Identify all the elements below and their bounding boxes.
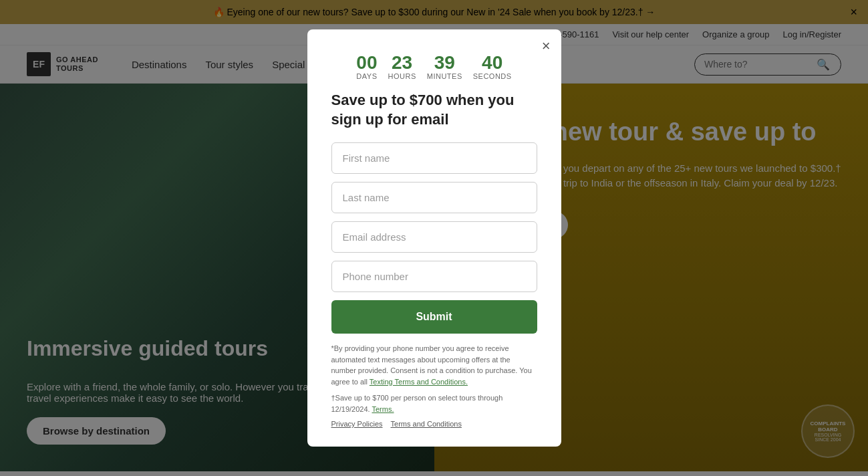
modal-disclaimer: *By providing your phone number you agre…: [331, 343, 537, 387]
modal-savings-note: †Save up to $700 per person on select to…: [331, 392, 537, 414]
countdown-seconds-value: 40: [473, 53, 512, 72]
savings-terms-link[interactable]: Terms.: [372, 405, 394, 413]
terms-conditions-link[interactable]: Terms and Conditions: [391, 420, 462, 428]
countdown-minutes-value: 39: [427, 53, 462, 72]
countdown-seconds-label: Seconds: [473, 72, 512, 80]
countdown-minutes-label: Minutes: [427, 72, 462, 80]
countdown-days-label: Days: [356, 72, 377, 80]
countdown-minutes: 39 Minutes: [427, 53, 462, 80]
modal-footer-links: Privacy Policies Terms and Conditions: [331, 420, 537, 428]
countdown-hours-value: 23: [388, 53, 416, 72]
phone-input[interactable]: [331, 261, 537, 292]
countdown-hours-label: Hours: [388, 72, 416, 80]
countdown-seconds: 40 Seconds: [473, 53, 512, 80]
first-name-input[interactable]: [331, 142, 537, 174]
submit-button[interactable]: Submit: [331, 300, 537, 334]
modal-close-button[interactable]: ×: [542, 39, 551, 53]
email-field[interactable]: [331, 221, 537, 253]
last-name-input[interactable]: [331, 182, 537, 213]
texting-terms-link[interactable]: Texting Terms and Conditions.: [370, 378, 468, 386]
modal: × 00 Days 23 Hours 39 Minutes 40 Seconds…: [307, 29, 561, 447]
countdown-timer: 00 Days 23 Hours 39 Minutes 40 Seconds: [331, 53, 537, 80]
modal-title: Save up to $700 when you sign up for ema…: [331, 91, 537, 129]
countdown-hours: 23 Hours: [388, 53, 416, 80]
privacy-policy-link[interactable]: Privacy Policies: [331, 420, 383, 428]
phone-field[interactable]: [331, 261, 537, 292]
countdown-days: 00 Days: [356, 53, 377, 80]
last-name-field[interactable]: [331, 182, 537, 213]
modal-overlay[interactable]: × 00 Days 23 Hours 39 Minutes 40 Seconds…: [0, 0, 868, 476]
email-input[interactable]: [331, 221, 537, 253]
countdown-days-value: 00: [356, 53, 377, 72]
first-name-field[interactable]: [331, 142, 537, 174]
